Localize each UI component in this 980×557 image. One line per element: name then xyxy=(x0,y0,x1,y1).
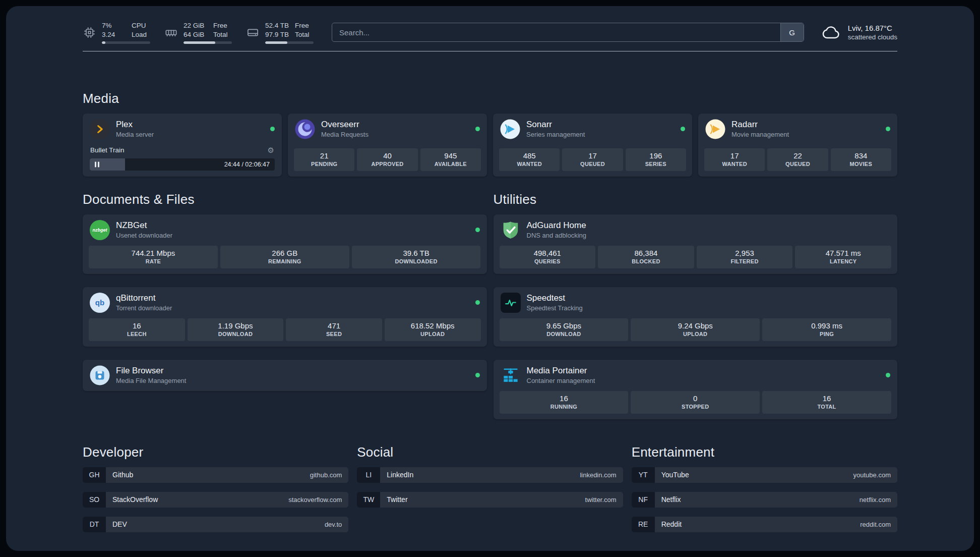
stat-tile: 945 AVAILABLE xyxy=(420,148,481,171)
sonarr-card[interactable]: Sonarr Series management 485 WANTED 17 Q… xyxy=(493,114,692,177)
stat-tile: 196 SERIES xyxy=(626,148,686,171)
memory-icon xyxy=(164,26,178,39)
bookmark-youtube[interactable]: YT YouTube youtube.com xyxy=(632,467,897,483)
stat-value: 945 xyxy=(421,151,480,160)
bookmark-domain: youtube.com xyxy=(853,471,891,479)
stat-value: 498,461 xyxy=(501,249,595,257)
memory-free-label: Free xyxy=(213,21,232,30)
developer-heading: Developer xyxy=(83,444,348,460)
bookmark-linkedin[interactable]: LI LinkedIn linkedin.com xyxy=(357,467,623,483)
bookmark-abbr: SO xyxy=(83,492,106,508)
gear-icon[interactable]: ⚙ xyxy=(268,146,274,155)
stat-label: QUERIES xyxy=(501,258,595,264)
stat-label: UPLOAD xyxy=(386,331,480,337)
cpu-label-bottom: Load xyxy=(132,30,150,39)
media-grid: Plex Media server Bullet Train ⚙ 24:44 /… xyxy=(83,114,897,177)
bookmark-name: StackOverflow xyxy=(112,495,158,504)
stat-label: RATE xyxy=(90,258,217,264)
playback-time: 24:44 / 02:06:47 xyxy=(224,161,270,168)
app-subtitle: Torrent downloader xyxy=(116,304,469,312)
bookmark-domain: github.com xyxy=(310,471,342,479)
stat-value: 0 xyxy=(632,394,759,403)
overseerr-icon xyxy=(295,119,315,139)
stat-value: 9.24 Gbps xyxy=(632,321,759,330)
plex-now-playing: Bullet Train ⚙ 24:44 / 02:06:47 xyxy=(83,145,282,177)
bookmark-abbr: NF xyxy=(632,492,655,508)
bookmark-netflix[interactable]: NF Netflix netflix.com xyxy=(632,492,897,508)
app-subtitle: Media server xyxy=(116,131,264,138)
bookmark-twitter[interactable]: TW Twitter twitter.com xyxy=(357,492,623,508)
stat-value: 16 xyxy=(763,394,890,403)
memory-widget: 22 GiB Free 64 GiB Total xyxy=(164,21,232,44)
app-subtitle: Movie management xyxy=(731,131,880,138)
speedtest-icon xyxy=(501,293,521,313)
overseerr-card[interactable]: Overseerr Media Requests 21 PENDING 40 A… xyxy=(288,114,487,177)
nzbget-card[interactable]: nzbget NZBGet Usenet downloader 744.21 M… xyxy=(83,214,487,274)
utilities-heading: Utilities xyxy=(494,192,898,207)
memory-total-value: 64 GiB xyxy=(183,30,204,39)
disk-total-label: Total xyxy=(295,30,314,39)
app-subtitle: DNS and adblocking xyxy=(527,232,891,239)
app-subtitle: Series management xyxy=(526,131,675,138)
cloud-icon xyxy=(821,22,841,42)
bookmark-dev[interactable]: DT DEV dev.to xyxy=(83,517,348,532)
app-title: Radarr xyxy=(731,120,880,130)
bookmark-github[interactable]: GH Github github.com xyxy=(83,467,348,483)
portainer-card[interactable]: Media Portainer Container management 16 … xyxy=(494,360,898,419)
bookmark-name: Reddit xyxy=(661,520,682,528)
app-subtitle: Speedtest Tracking xyxy=(527,304,891,312)
bookmark-name: YouTube xyxy=(661,471,689,479)
app-title: Media Portainer xyxy=(527,366,880,376)
stat-tile: 9.65 Gbps DOWNLOAD xyxy=(500,318,629,341)
stat-label: SEED xyxy=(287,331,381,337)
qbittorrent-card[interactable]: qb qBittorrent Torrent downloader 16 LEE… xyxy=(83,287,487,347)
bookmark-domain: dev.to xyxy=(325,521,342,528)
bookmark-abbr: RE xyxy=(632,517,655,532)
memory-total-label: Total xyxy=(213,30,232,39)
dashboard-page: 7% CPU 3.24 Load 22 GiB Free xyxy=(0,0,980,557)
stat-label: REMAINING xyxy=(221,258,348,264)
now-playing-title: Bullet Train xyxy=(90,146,125,154)
speedtest-card[interactable]: Speedtest Speedtest Tracking 9.65 Gbps D… xyxy=(494,287,898,347)
playback-progress-bar[interactable]: 24:44 / 02:06:47 xyxy=(90,158,275,171)
bookmark-domain: stackoverflow.com xyxy=(288,496,342,504)
stat-label: UPLOAD xyxy=(632,331,759,337)
bookmark-name: Netflix xyxy=(661,495,681,504)
cpu-usage-bar xyxy=(102,41,150,44)
stat-label: LEECH xyxy=(90,331,184,337)
filebrowser-card[interactable]: File Browser Media File Management xyxy=(83,360,487,391)
adguard-card[interactable]: AdGuard Home DNS and adblocking 498,461 … xyxy=(494,214,898,274)
bookmark-name: DEV xyxy=(112,520,127,528)
stat-tile: 16 TOTAL xyxy=(762,391,891,414)
search-provider-button[interactable]: G xyxy=(780,23,804,41)
media-heading: Media xyxy=(83,91,897,106)
stat-tile: 39.6 TB DOWNLOADED xyxy=(352,246,481,268)
pause-icon[interactable] xyxy=(95,161,99,167)
stat-label: LATENCY xyxy=(796,258,890,264)
plex-card[interactable]: Plex Media server Bullet Train ⚙ 24:44 /… xyxy=(83,114,282,177)
bookmark-abbr: YT xyxy=(632,467,655,483)
bookmark-reddit[interactable]: RE Reddit reddit.com xyxy=(632,517,897,532)
cpu-readout: 7% CPU 3.24 Load xyxy=(102,21,150,44)
radarr-card[interactable]: Radarr Movie management 17 WANTED 22 QUE… xyxy=(698,114,897,177)
weather-widget: Lviv, 16.87°C scattered clouds xyxy=(821,22,897,42)
stat-label: SERIES xyxy=(627,161,685,167)
stat-value: 21 xyxy=(295,151,353,160)
documents-section: Documents & Files nzbget NZBGet Usenet d… xyxy=(83,192,487,419)
bookmark-domain: linkedin.com xyxy=(580,471,616,479)
stat-label: DOWNLOAD xyxy=(189,331,283,337)
filebrowser-icon xyxy=(90,365,110,385)
search-input[interactable] xyxy=(332,23,780,41)
status-dot xyxy=(886,127,890,131)
app-subtitle: Media File Management xyxy=(116,377,469,384)
status-dot xyxy=(886,373,890,377)
stat-value: 9.65 Gbps xyxy=(501,321,628,330)
stat-tile: 40 APPROVED xyxy=(357,148,417,171)
disk-usage-fill xyxy=(265,41,287,44)
bookmark-stackoverflow[interactable]: SO StackOverflow stackoverflow.com xyxy=(83,492,348,508)
memory-readout: 22 GiB Free 64 GiB Total xyxy=(183,21,232,44)
weather-condition: scattered clouds xyxy=(848,33,897,42)
bookmark-abbr: TW xyxy=(357,492,380,508)
stat-tile: 17 WANTED xyxy=(704,148,765,171)
portainer-icon xyxy=(501,365,521,385)
